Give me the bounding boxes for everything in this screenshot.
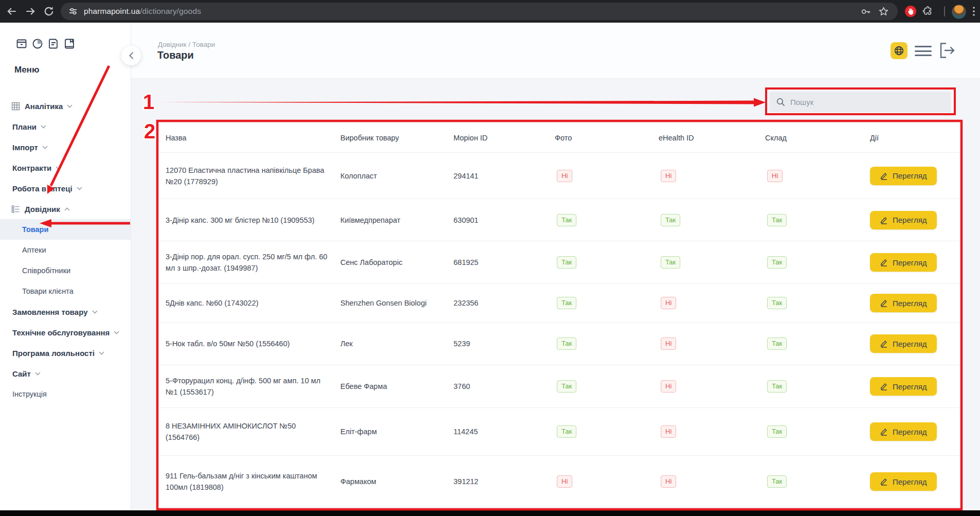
sidebar-item[interactable]: Сайт <box>0 363 131 384</box>
breadcrumb[interactable]: Довідник / Товари <box>158 41 215 48</box>
sidebar-collapse-button[interactable] <box>121 46 141 65</box>
view-button[interactable]: Перегляд <box>870 294 937 312</box>
actions-cell: Перегляд <box>870 472 959 491</box>
actions-cell: Перегляд <box>870 334 959 353</box>
view-button-label: Перегляд <box>893 299 927 308</box>
sidebar-item[interactable]: Технічне обслуговування <box>0 322 131 343</box>
extensions-icon[interactable] <box>922 6 933 16</box>
hamburger-menu-icon[interactable] <box>915 46 932 56</box>
browser-reload-icon[interactable] <box>43 6 55 17</box>
pencil-icon <box>880 258 888 266</box>
sidebar-item[interactable]: Співробітники <box>0 260 131 281</box>
morion-id: 681925 <box>453 258 555 266</box>
no-badge: Ні <box>661 337 676 350</box>
table-row: 3-Дінір пор. для орал. сусп. 250 мг/5 мл… <box>159 241 959 284</box>
book-icon[interactable] <box>63 38 76 50</box>
ehealth-cell: Так <box>659 214 765 226</box>
view-button[interactable]: Перегляд <box>870 211 937 229</box>
chevron-up-icon <box>64 207 70 211</box>
sidebar-item-label: Плани <box>12 122 37 131</box>
manufacturer: Фармаком <box>340 477 453 486</box>
goods-name: 8 НЕЗАМІННИХ АМІНОКИСЛОТ №50 (1564766) <box>166 420 340 443</box>
ehealth-cell: Ні <box>659 297 765 309</box>
ehealth-cell: Ні <box>659 425 765 438</box>
yes-badge: Так <box>767 256 787 269</box>
actions-cell: Перегляд <box>870 211 959 229</box>
table-row: 5-Нок табл. в/о 50мг №50 (1556460)Лек523… <box>159 323 959 365</box>
chevron-down-icon <box>114 331 119 334</box>
yes-badge: Так <box>767 425 787 438</box>
logout-icon[interactable] <box>939 42 955 59</box>
sidebar-item-label: Програма лояльності <box>12 349 95 358</box>
browser-back-icon[interactable] <box>6 6 17 17</box>
password-key-icon[interactable] <box>860 6 871 17</box>
sidebar-item-label: Технічне обслуговування <box>12 328 110 337</box>
sidebar-item[interactable]: Товари клієнта <box>0 281 131 301</box>
sidebar-item[interactable]: Контракти <box>0 157 131 178</box>
language-globe-button[interactable] <box>891 42 908 59</box>
chevron-down-icon <box>92 310 98 314</box>
manufacturer: Еліт-фарм <box>340 428 453 436</box>
goods-name: 911 Гель-бальзам д/ніг з кінським каштан… <box>166 470 340 493</box>
view-button[interactable]: Перегляд <box>870 472 937 491</box>
sidebar-item[interactable]: Замовлення товару <box>0 301 131 322</box>
stock-cell: Ні <box>765 170 870 182</box>
view-button[interactable]: Перегляд <box>870 334 937 353</box>
page-title: Товари <box>157 49 194 61</box>
browser-menu-icon[interactable] <box>972 6 976 17</box>
view-button[interactable]: Перегляд <box>870 422 937 441</box>
no-badge: Ні <box>557 475 572 488</box>
yes-badge: Так <box>767 214 787 226</box>
view-button-label: Перегляд <box>893 216 927 224</box>
pencil-icon <box>880 477 888 486</box>
sidebar-item[interactable]: Імпорт <box>0 137 131 157</box>
site-settings-icon[interactable] <box>68 6 78 16</box>
pencil-icon <box>880 340 888 348</box>
actions-cell: Перегляд <box>870 377 959 396</box>
sidebar-item[interactable]: Аналітика <box>0 96 131 116</box>
view-button-label: Перегляд <box>893 340 927 348</box>
goods-name: 5-Фторурацил конц. д/інф. 500 мг амп. 10… <box>166 375 340 398</box>
search-input[interactable] <box>789 97 951 107</box>
sidebar-item-label: Сайт <box>12 369 31 378</box>
bookmark-star-icon[interactable] <box>878 6 889 17</box>
sidebar-item-label: Контракти <box>12 164 51 172</box>
view-button[interactable]: Перегляд <box>870 377 937 396</box>
page-header <box>131 23 980 79</box>
browser-forward-icon[interactable] <box>25 6 36 17</box>
no-badge: Ні <box>661 170 676 182</box>
sidebar-item[interactable]: Довідник <box>0 199 131 219</box>
stock-cell: Так <box>765 256 870 269</box>
goods-name: 12070 Еластична пластина напівкільце Бра… <box>166 165 340 187</box>
url-host: pharmapoint.ua <box>84 7 140 15</box>
sidebar-item-label: Аналітика <box>25 102 63 111</box>
profile-avatar[interactable] <box>952 5 966 19</box>
goods-name: 5Днів капс. №60 (1743022) <box>166 297 340 309</box>
yes-badge: Так <box>661 214 680 226</box>
pencil-icon <box>880 216 888 224</box>
sidebar-item-active[interactable]: Товари <box>0 219 131 240</box>
actions-cell: Перегляд <box>870 253 959 272</box>
goods-name: 5-Нок табл. в/о 50мг №50 (1556460) <box>166 338 340 349</box>
sidebar-item[interactable]: Програма лояльності <box>0 343 131 363</box>
view-button[interactable]: Перегляд <box>870 167 937 185</box>
yes-badge: Так <box>661 256 680 269</box>
goods-name: 3-Дінір капс. 300 мг блістер №10 (190955… <box>166 215 340 226</box>
sidebar-item[interactable]: Плани <box>0 116 131 137</box>
sidebar-item[interactable]: Робота в аптеці <box>0 178 131 199</box>
yes-badge: Так <box>767 380 787 393</box>
view-button[interactable]: Перегляд <box>870 253 937 272</box>
sidebar-item[interactable]: Аптеки <box>0 240 131 260</box>
photo-cell: Так <box>555 425 659 438</box>
pie-chart-icon[interactable] <box>31 38 44 50</box>
no-badge: Ні <box>661 475 676 488</box>
address-bar[interactable]: pharmapoint.ua/dictionary/goods <box>61 3 898 20</box>
archive-box-icon[interactable] <box>15 38 28 50</box>
chevron-down-icon <box>99 351 104 355</box>
document-note-icon[interactable] <box>47 38 60 50</box>
sidebar-item[interactable]: Інструкція <box>0 384 131 404</box>
sidebar-item-label: Товари клієнта <box>22 287 74 295</box>
column-header: eHealth ID <box>659 134 765 142</box>
adblock-extension-icon[interactable] <box>905 6 916 17</box>
stock-cell: Так <box>765 297 870 309</box>
